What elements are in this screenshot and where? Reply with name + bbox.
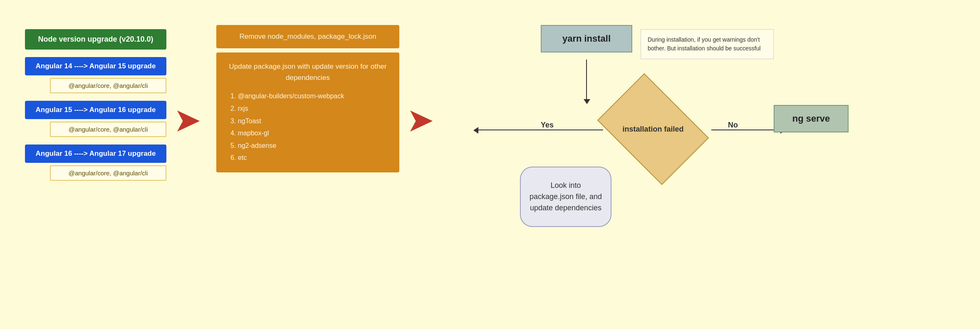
diamond-wrapper: [599, 92, 707, 167]
yes-arrow-head: [473, 127, 478, 134]
dep-item-3: 3. ngToast: [230, 115, 389, 127]
dep-item-4: 4. mapbox-gl: [230, 127, 389, 140]
update-box: Update package.json with update version …: [216, 52, 399, 172]
diamond-shape: [597, 73, 709, 185]
yarn-install-box: yarn install: [541, 25, 632, 52]
warning-note: During installation, if you get warnings…: [641, 29, 774, 59]
no-label: No: [728, 121, 738, 130]
arrow-1-container: ➤: [175, 106, 199, 135]
upgrade-group-3: Angular 16 ----> Angular 17 upgrade @ang…: [25, 145, 166, 181]
diagram-container: Node version upgrade (v20.10.0) Angular …: [0, 0, 980, 329]
dep-item-1: 1. @angular-builders/custom-webpack: [230, 90, 389, 102]
deps-15-16: @angular/core, @angular/cli: [50, 122, 166, 137]
angular-16-17-upgrade: Angular 16 ----> Angular 17 upgrade: [25, 145, 166, 163]
yes-label: Yes: [541, 121, 554, 130]
remove-box: Remove node_modules, package_lock.json: [216, 25, 399, 48]
angular-15-16-upgrade: Angular 15 ----> Angular 16 upgrade: [25, 101, 166, 119]
dependencies-list: 1. @angular-builders/custom-webpack 2. r…: [226, 90, 389, 164]
deps-16-17: @angular/core, @angular/cli: [50, 165, 166, 181]
left-column: Node version upgrade (v20.10.0) Angular …: [25, 29, 166, 181]
down-arrow-head: [584, 99, 590, 104]
arrow-right-1: ➤: [175, 106, 199, 135]
yes-arrow-line: [478, 130, 603, 130]
deps-14-15: @angular/core, @angular/cli: [50, 78, 166, 93]
node-version-box: Node version upgrade (v20.10.0): [25, 29, 166, 50]
down-arrow-line: [586, 60, 587, 101]
arrow-right-2: ➤: [408, 106, 432, 135]
middle-column: Remove node_modules, package_lock.json U…: [216, 25, 399, 172]
look-into-box: Look into package.json file, and update …: [520, 167, 611, 227]
no-arrow-line: [711, 130, 782, 130]
dep-item-5: 5. ng2-adsense: [230, 140, 389, 152]
dep-item-6: 6. etc: [230, 152, 389, 164]
update-box-title: Update package.json with update version …: [226, 61, 389, 83]
angular-14-15-upgrade: Angular 14 ----> Angular 15 upgrade: [25, 57, 166, 75]
arrow-2-container: ➤: [408, 106, 432, 135]
upgrade-group-2: Angular 15 ----> Angular 16 upgrade @ang…: [25, 101, 166, 137]
dep-item-2: 2. rxjs: [230, 102, 389, 115]
upgrade-group-1: Angular 14 ----> Angular 15 upgrade @ang…: [25, 57, 166, 93]
ng-serve-box: ng serve: [774, 105, 849, 132]
